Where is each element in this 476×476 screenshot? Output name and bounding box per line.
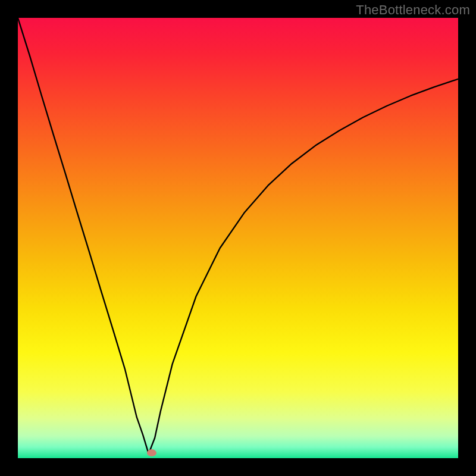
watermark-text: TheBottleneck.com — [356, 2, 470, 18]
chart-svg — [18, 18, 458, 458]
chart-frame — [18, 18, 458, 458]
minimum-marker — [147, 449, 156, 456]
chart-background — [18, 18, 458, 458]
